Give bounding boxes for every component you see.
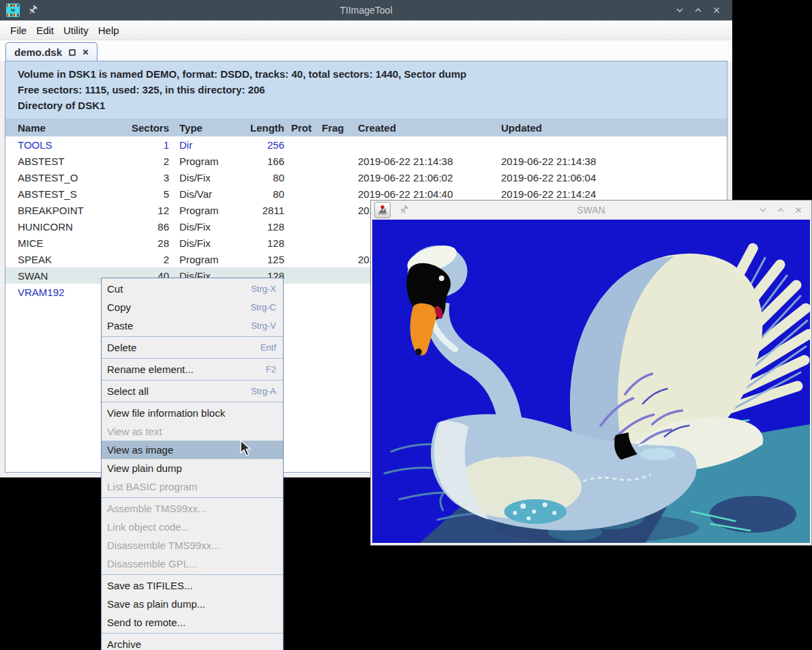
menu-item-view-file-information-block[interactable]: View file information block (102, 404, 283, 422)
menu-item-view-as-image[interactable]: View as image (102, 441, 283, 459)
menu-group-5: View file information blockView as textV… (102, 402, 283, 496)
main-window-title: TIImageTool (0, 5, 732, 16)
cell-sectors: 2 (120, 254, 169, 265)
maximize-icon[interactable] (775, 204, 787, 216)
menu-item-label: Link object code... (107, 521, 276, 533)
menu-group-6: Assemble TMS99xx...Link object code...Di… (102, 497, 283, 573)
menu-item-paste[interactable]: PasteStrg-V (102, 316, 283, 335)
menu-item-link-object-code: Link object code... (102, 518, 283, 536)
tiimagetool-disk-icon[interactable] (6, 3, 20, 17)
menu-item-label: Save as TIFILES... (107, 580, 276, 591)
cell-created: 2019-06-22 21:14:38 (358, 156, 501, 167)
cell-length: 166 (242, 156, 284, 167)
menu-item-delete[interactable]: DeleteEntf (102, 338, 283, 357)
menu-group-8: Archive (102, 633, 283, 650)
cell-sectors: 28 (120, 237, 169, 249)
pin-icon[interactable] (28, 5, 37, 15)
table-row-abstest[interactable]: ABSTEST2Program1662019-06-22 21:14:38201… (5, 153, 727, 169)
close-tab-icon[interactable] (82, 49, 89, 55)
maximize-icon[interactable] (692, 4, 704, 16)
menu-item-archive[interactable]: Archive (102, 635, 283, 650)
cell-length: 125 (242, 254, 284, 265)
minimize-icon[interactable] (674, 4, 686, 16)
menubar-item-help[interactable]: Help (93, 25, 124, 36)
pin-icon[interactable] (399, 205, 408, 215)
close-icon[interactable] (710, 4, 723, 16)
menubar-item-edit[interactable]: Edit (31, 25, 59, 36)
menu-item-save-as-plain-dump[interactable]: Save as plain dump... (102, 595, 283, 613)
image-viewer-icon[interactable] (374, 202, 391, 218)
column-header-prot: Prot (291, 122, 322, 134)
menu-item-label: Paste (107, 320, 251, 331)
cell-name: ABSTEST_S (18, 188, 120, 200)
close-icon[interactable] (792, 204, 805, 216)
menu-item-save-as-tifiles[interactable]: Save as TIFILES... (102, 576, 283, 595)
cell-length: 128 (242, 237, 284, 249)
cell-length: 80 (242, 188, 284, 200)
cell-name: ABSTEST_O (18, 172, 120, 183)
table-row-tools[interactable]: TOOLS1Dir256 (5, 136, 727, 153)
file-context-menu: CutStrg-XCopyStrg-CPasteStrg-VDeleteEntf… (101, 278, 284, 650)
volume-info-panel: Volume in DSK1 is named DEMO, format: DS… (5, 61, 727, 119)
cell-sectors: 12 (120, 205, 169, 216)
menu-item-label: List BASIC program (107, 481, 276, 492)
menu-item-shortcut: Entf (260, 342, 276, 353)
cell-type: Program (179, 205, 242, 216)
tab-bar: demo.dsk (0, 40, 732, 61)
menu-item-label: Archive (107, 638, 276, 650)
menu-item-view-plain-dump[interactable]: View plain dump (102, 459, 283, 477)
menu-item-label: View as text (107, 426, 276, 437)
minimize-icon[interactable] (757, 204, 769, 216)
cell-name: MICE (18, 237, 120, 249)
menu-item-view-as-text: View as text (102, 422, 283, 441)
menu-item-shortcut: Strg-X (251, 284, 276, 294)
cell-length: 80 (242, 172, 284, 183)
cell-updated: 2019-06-22 21:14:38 (501, 156, 727, 167)
swan-image-window: SWAN (370, 200, 812, 546)
menu-group-1: CutStrg-XCopyStrg-CPasteStrg-V (102, 280, 283, 335)
column-header-name: Name (18, 122, 120, 134)
column-header-updated: Updated (501, 122, 727, 134)
cell-sectors: 2 (120, 156, 169, 167)
column-header-type: Type (179, 122, 242, 134)
menu-item-label: Delete (107, 342, 260, 353)
menu-item-copy[interactable]: CopyStrg-C (102, 298, 283, 316)
swan-titlebar[interactable]: SWAN (371, 201, 811, 220)
cell-type: Dis/Fix (179, 172, 242, 183)
menubar-item-file[interactable]: File (5, 25, 31, 36)
cell-name: ABSTEST (18, 156, 120, 167)
swan-window-title: SWAN (371, 205, 811, 216)
menu-item-send-to-remote[interactable]: Send to remote... (102, 613, 283, 632)
table-row-abstest-o[interactable]: ABSTEST_O3Dis/Fix802019-06-22 21:06:0220… (5, 169, 727, 186)
menu-item-list-basic-program: List BASIC program (102, 477, 283, 496)
menubar-item-utility[interactable]: Utility (59, 25, 93, 36)
menu-bar: FileEditUtilityHelp (0, 20, 732, 40)
menu-item-label: View plain dump (107, 462, 276, 474)
menu-item-label: Select all (107, 385, 251, 397)
menu-item-select-all[interactable]: Select allStrg-A (102, 382, 283, 400)
volume-info-line-1: Volume in DSK1 is named DEMO, format: DS… (18, 66, 727, 82)
cell-name: TOOLS (18, 139, 120, 151)
cell-updated: 2019-06-22 21:14:24 (501, 188, 727, 200)
menu-item-assemble-tms99xx: Assemble TMS99xx... (102, 499, 283, 518)
cell-created: 2019-06-22 21:04:40 (358, 188, 501, 200)
menu-item-label: Disassemble GPL... (107, 558, 276, 570)
cell-name: HUNICORN (18, 221, 120, 233)
menu-item-shortcut: Strg-A (251, 386, 276, 396)
cell-type: Dir (179, 139, 242, 151)
main-titlebar[interactable]: TIImageTool (0, 0, 732, 20)
cell-type: Dis/Fix (179, 237, 242, 249)
detach-window-icon[interactable] (69, 49, 76, 56)
menu-item-rename-element[interactable]: Rename element...F2 (102, 360, 283, 379)
menu-item-disassemble-gpl: Disassemble GPL... (102, 555, 283, 573)
cell-name: SPEAK (18, 254, 120, 265)
tab-demo-dsk[interactable]: demo.dsk (5, 42, 97, 61)
cell-updated: 2019-06-22 21:06:04 (501, 172, 727, 183)
volume-info-line-2: Free sectors: 1115, used: 325, in this d… (18, 82, 727, 98)
menu-item-cut[interactable]: CutStrg-X (102, 280, 283, 298)
cell-type: Dis/Var (179, 188, 242, 200)
menu-item-label: Assemble TMS99xx... (107, 503, 276, 514)
menu-group-2: DeleteEntf (102, 336, 283, 357)
menu-item-label: Save as plain dump... (107, 598, 276, 610)
menu-item-label: Disassemble TMS99xx... (107, 540, 276, 551)
